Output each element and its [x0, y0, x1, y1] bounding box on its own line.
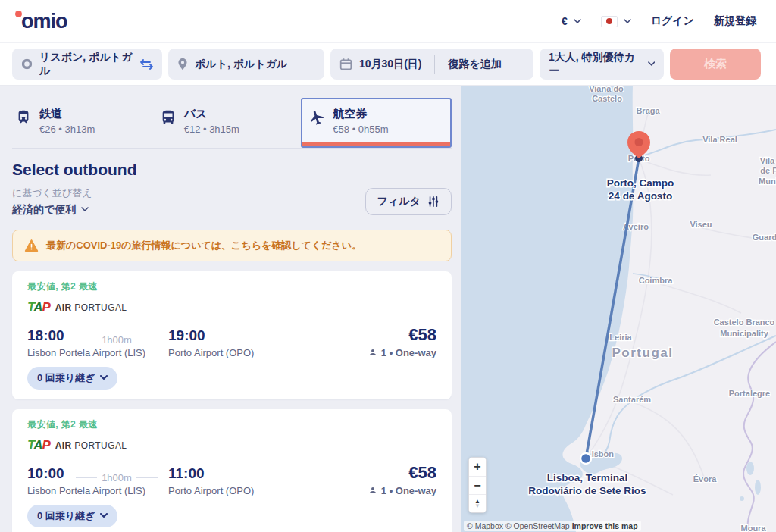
origin-marker[interactable] [580, 453, 591, 464]
map-town-label: Munic [759, 177, 776, 186]
map-town-label: Portalegre [729, 389, 770, 398]
warning-icon [24, 239, 39, 252]
arrival-time: 11:00 [168, 465, 205, 482]
person-icon [368, 348, 377, 357]
tab-flight-label: 航空券 [333, 107, 388, 121]
departure-station: Lisbon Portela Airport (LIS) [27, 485, 168, 496]
add-return-button[interactable]: 復路を追加 [448, 58, 501, 71]
chevron-down-icon [624, 19, 631, 24]
sort-dropdown-value: 経済的で便利 [12, 203, 76, 217]
arrival-station: Porto Airport (OPO) [168, 347, 254, 358]
tab-train[interactable]: 鉄道 €26 • 3h13m [12, 98, 157, 148]
duration: 1h00m [76, 472, 168, 483]
sort-dropdown[interactable]: 経済的で便利 [12, 203, 92, 217]
attribution-text: © Mapbox © OpenStreetMap [467, 521, 570, 530]
carrier-row: TAP AIR PORTUGAL [27, 300, 436, 315]
origin-field[interactable]: リスボン, ポルトガル [12, 49, 162, 80]
map-town-label: Vila R [760, 156, 776, 165]
map-country-label: Portugal [612, 346, 674, 360]
filter-button-label: フィルタ [377, 195, 421, 208]
location-pin-icon [177, 58, 188, 70]
times-row: 10:00 1h00m 11:00 €58 [27, 463, 436, 483]
destination-label: Porto, Campo [607, 177, 674, 189]
journey-card[interactable]: 最安値, 第2 最速 TAP AIR PORTUGAL 18:00 1h00m … [12, 271, 452, 399]
origin-label: Lisboa, Terminal [547, 472, 627, 483]
stops-label: 0 回乗り継ぎ [37, 509, 95, 523]
search-button[interactable]: 検索 [670, 49, 761, 80]
stops-pill[interactable]: 0 回乗り継ぎ [27, 367, 117, 390]
tab-flight[interactable]: 航空券 €58 • 0h55m [301, 98, 452, 148]
improve-map-link[interactable]: Improve this map [572, 521, 638, 530]
stops-label: 0 回乗り継ぎ [37, 371, 95, 385]
omio-logo[interactable]: omio [15, 10, 67, 33]
zoom-in-button[interactable]: + [469, 458, 486, 476]
tap-logo-icon: TAP [27, 438, 50, 453]
language-selector[interactable] [601, 16, 631, 27]
stations-row: Lisbon Portela Airport (LIS) Porto Airpo… [27, 347, 436, 358]
map-canvas: Viana doCasteloBragaVila RealVila Rde Fo… [461, 86, 776, 532]
map-zoom-controls: + − ▲▼ [468, 457, 487, 513]
map-town-label: Municipality [720, 329, 768, 338]
card-badge: 最安値, 第2 最速 [27, 280, 436, 293]
map-town-label: Santarém [613, 395, 651, 404]
currency-selector[interactable]: € [562, 15, 581, 27]
search-bar: リスボン, ポルトガル ポルト, ポルトガル 10月30日(日) 復路を追加 1… [0, 43, 776, 86]
sort-by-label: に基づく並び替え [12, 186, 92, 200]
bus-icon [160, 109, 177, 126]
carrier-name: AIR PORTUGAL [55, 302, 127, 313]
map-town-label: Viana do [589, 86, 624, 93]
departure-station: Lisbon Portela Airport (LIS) [27, 347, 168, 358]
carrier-name: AIR PORTUGAL [55, 440, 127, 451]
filter-button[interactable]: フィルタ [365, 188, 452, 215]
map-town-label: Moura [741, 524, 767, 532]
chevron-down-icon [574, 19, 581, 24]
swap-icon[interactable] [140, 59, 153, 70]
date-field: 10月30日(日) 復路を追加 [330, 49, 534, 80]
destination-label: 24 de Agosto [609, 190, 672, 202]
pitch-toggle-button[interactable]: ▲▼ [469, 494, 486, 512]
price: €58 [408, 325, 436, 345]
map-town-label: Vila Real [702, 135, 737, 144]
sort-row: に基づく並び替え 経済的で便利 フィルタ [12, 186, 452, 217]
map-town-label: de Fo [760, 166, 776, 175]
currency-value: € [562, 15, 568, 27]
chevron-down-icon [648, 61, 656, 67]
passengers-value: 1大人, 特別優待カー [549, 51, 641, 78]
price: €58 [408, 463, 436, 483]
zoom-out-button[interactable]: − [469, 476, 486, 494]
map-town-label: Castelo [592, 94, 622, 103]
field-divider [434, 55, 435, 74]
transport-tabs: 鉄道 €26 • 3h13m バス €12 • 3h15m 航空券 €58 • … [12, 98, 452, 149]
calendar-icon [340, 58, 352, 70]
covid-notice-banner[interactable]: 最新のCOVID-19の旅行情報については、こちらを確認してください。 [12, 230, 452, 261]
passengers-field[interactable]: 1大人, 特別優待カー [540, 49, 664, 80]
journey-card[interactable]: 最安値, 第2 最速 TAP AIR PORTUGAL 10:00 1h00m … [12, 409, 452, 532]
carrier-row: TAP AIR PORTUGAL [27, 438, 436, 453]
login-button[interactable]: ログイン [651, 14, 694, 28]
destination-value: ポルト, ポルトガル [195, 58, 315, 71]
stops-pill[interactable]: 0 回乗り継ぎ [27, 505, 117, 527]
tab-bus-summary: €12 • 3h15m [184, 124, 239, 135]
filter-sliders-icon [427, 196, 440, 208]
card-badge: 最安値, 第2 最速 [27, 418, 436, 431]
page-title: Select outbound [12, 161, 452, 179]
destination-field[interactable]: ポルト, ポルトガル [168, 49, 324, 80]
person-icon [368, 486, 377, 495]
date-value[interactable]: 10月30日(日) [359, 58, 421, 71]
stations-row: Lisbon Portela Airport (LIS) Porto Airpo… [27, 485, 436, 496]
logo-text: omio [21, 10, 67, 33]
map-attribution: © Mapbox © OpenStreetMap Improve this ma… [464, 521, 641, 531]
map-town-label: Guarda [753, 233, 776, 242]
signup-button[interactable]: 新規登録 [714, 14, 756, 28]
origin-label: Rodoviário de Sete Rios [528, 485, 646, 496]
tab-flight-summary: €58 • 0h55m [333, 124, 388, 135]
tab-bus[interactable]: バス €12 • 3h15m [157, 98, 302, 148]
results-panel: 鉄道 €26 • 3h13m バス €12 • 3h15m 航空券 €58 • … [0, 86, 461, 532]
map-town-label: Braga [636, 106, 660, 115]
route-map[interactable]: Viana doCasteloBragaVila RealVila Rde Fo… [461, 86, 776, 532]
tap-logo-icon: TAP [27, 300, 50, 315]
fare-info: 1 • One-way [368, 347, 436, 358]
origin-value: リスボン, ポルトガル [39, 51, 133, 78]
chevron-down-icon [100, 375, 108, 380]
departure-time: 18:00 [27, 327, 76, 344]
